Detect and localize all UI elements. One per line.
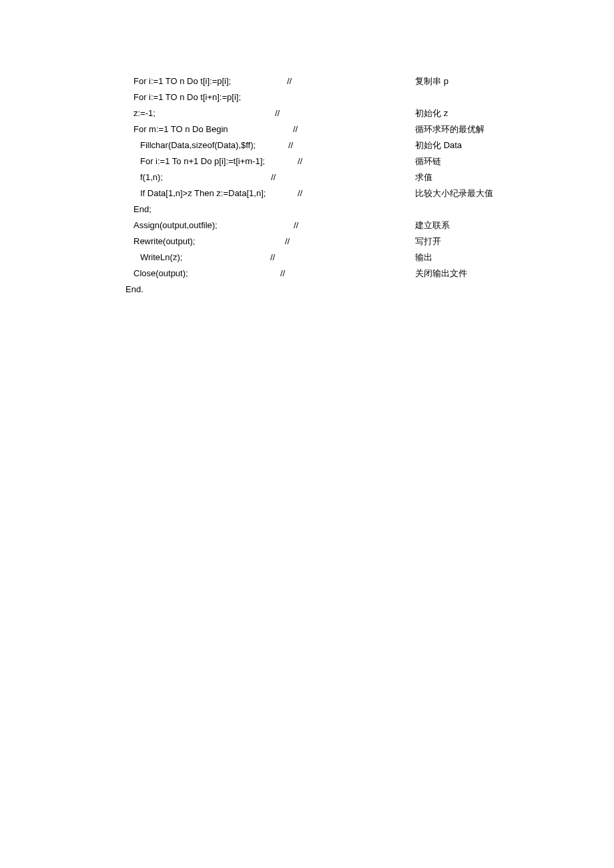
- code-line: Fillchar(Data,sizeof(Data),$ff);//初始化 Da…: [0, 137, 614, 153]
- comment-slash: //: [293, 121, 298, 137]
- comment-slash: //: [294, 218, 298, 234]
- comment-cjk: 复制串: [415, 76, 441, 86]
- code-text: z:=-1;: [0, 105, 156, 121]
- code-text: End;: [0, 201, 151, 218]
- code-line: For i:=1 TO n Do t[i]:=p[i];//复制串 p: [0, 73, 614, 89]
- document-page: For i:=1 TO n Do t[i]:=p[i];//复制串 pFor i…: [0, 0, 614, 868]
- comment-slash: //: [280, 266, 285, 282]
- comment-cjk: 比较大小纪录最大值: [415, 188, 493, 198]
- code-line: For m:=1 TO n Do Begin//循环求环的最优解: [0, 121, 614, 137]
- code-text: Fillchar(Data,sizeof(Data),$ff);: [0, 137, 256, 153]
- code-line: Close(output);//关闭输出文件: [0, 266, 614, 282]
- comment-text: 循环求环的最优解: [415, 121, 485, 137]
- comment-cjk: 输出: [415, 252, 432, 262]
- comment-cjk: 初始化: [415, 108, 441, 118]
- comment-slash: //: [288, 137, 293, 153]
- comment-slash: //: [287, 73, 292, 89]
- comment-cjk: 写打开: [415, 236, 441, 246]
- comment-text: 写打开: [415, 234, 441, 250]
- comment-slash: //: [298, 153, 302, 169]
- comment-text: 复制串 p: [415, 73, 448, 89]
- code-text: If Data[1,n]>z Then z:=Data[1,n];: [0, 185, 266, 201]
- comment-text: 循环链: [415, 153, 441, 169]
- comment-latin: Data: [444, 140, 462, 150]
- code-text: For i:=1 TO n Do t[i+n]:=p[i];: [0, 89, 241, 105]
- comment-cjk: 建立联系: [415, 220, 450, 230]
- comment-text: 输出: [415, 250, 432, 266]
- code-line: For i:=1 TO n Do t[i+n]:=p[i];: [0, 89, 614, 105]
- comment-slash: //: [270, 250, 275, 266]
- code-text: WriteLn(z);: [0, 250, 182, 266]
- code-line: End.: [0, 282, 614, 298]
- code-text: f(1,n);: [0, 169, 163, 185]
- code-text: End.: [0, 282, 143, 298]
- comment-text: 求值: [415, 169, 432, 185]
- code-text: Assign(output,outfile);: [0, 218, 218, 234]
- comment-cjk: 关闭输出文件: [415, 268, 467, 278]
- code-line: WriteLn(z);//输出: [0, 250, 614, 266]
- comment-text: 初始化 z: [415, 105, 448, 121]
- comment-slash: //: [298, 185, 302, 201]
- comment-cjk: 循环链: [415, 156, 441, 166]
- comment-text: 建立联系: [415, 218, 450, 234]
- code-line: f(1,n);//求值: [0, 169, 614, 185]
- comment-cjk: 初始化: [415, 140, 441, 150]
- comment-cjk: 求值: [415, 172, 432, 182]
- code-line: Rewrite(output);//写打开: [0, 234, 614, 250]
- code-text: For i:=1 TO n Do t[i]:=p[i];: [0, 73, 231, 89]
- code-text: For i:=1 To n+1 Do p[i]:=t[i+m-1];: [0, 153, 265, 169]
- code-line: If Data[1,n]>z Then z:=Data[1,n];//比较大小纪…: [0, 185, 614, 201]
- code-line: Assign(output,outfile);//建立联系: [0, 218, 614, 234]
- comment-latin: z: [444, 108, 448, 118]
- comment-text: 初始化 Data: [415, 137, 462, 153]
- comment-slash: //: [275, 105, 280, 121]
- comment-slash: //: [285, 234, 290, 250]
- code-text: Close(output);: [0, 266, 188, 282]
- code-line: End;: [0, 201, 614, 218]
- comment-text: 比较大小纪录最大值: [415, 185, 493, 201]
- comment-slash: //: [271, 169, 276, 185]
- code-line: z:=-1;//初始化 z: [0, 105, 614, 121]
- comment-latin: p: [444, 76, 448, 86]
- comment-cjk: 循环求环的最优解: [415, 124, 485, 134]
- comment-text: 关闭输出文件: [415, 266, 467, 282]
- code-text: For m:=1 TO n Do Begin: [0, 121, 228, 137]
- code-line: For i:=1 To n+1 Do p[i]:=t[i+m-1];//循环链: [0, 153, 614, 169]
- code-text: Rewrite(output);: [0, 234, 195, 250]
